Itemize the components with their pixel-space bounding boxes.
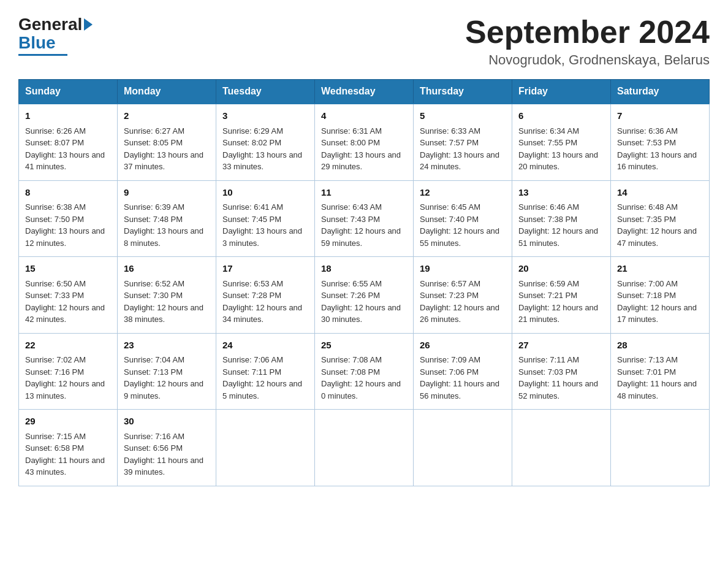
table-row: 1Sunrise: 6:26 AMSunset: 8:07 PMDaylight…	[19, 104, 118, 180]
day-info: Sunrise: 6:31 AMSunset: 8:00 PMDaylight:…	[321, 125, 407, 173]
table-row: 17Sunrise: 6:53 AMSunset: 7:28 PMDayligh…	[216, 257, 315, 334]
table-row	[611, 410, 710, 486]
table-row: 18Sunrise: 6:55 AMSunset: 7:26 PMDayligh…	[315, 257, 414, 334]
day-number: 5	[420, 109, 506, 123]
day-number: 27	[518, 339, 604, 353]
day-info: Sunrise: 6:52 AMSunset: 7:30 PMDaylight:…	[124, 278, 210, 326]
table-row: 9Sunrise: 6:39 AMSunset: 7:48 PMDaylight…	[118, 180, 216, 257]
logo: General Blue	[18, 15, 93, 56]
day-number: 28	[617, 339, 703, 353]
logo-general-text: General	[18, 15, 82, 34]
day-number: 19	[420, 262, 506, 276]
table-row: 16Sunrise: 6:52 AMSunset: 7:30 PMDayligh…	[118, 257, 216, 334]
day-info: Sunrise: 7:04 AMSunset: 7:13 PMDaylight:…	[124, 354, 210, 402]
table-row: 27Sunrise: 7:11 AMSunset: 7:03 PMDayligh…	[512, 333, 611, 410]
day-info: Sunrise: 7:00 AMSunset: 7:18 PMDaylight:…	[617, 278, 703, 326]
calendar-week-row: 22Sunrise: 7:02 AMSunset: 7:16 PMDayligh…	[19, 333, 710, 410]
table-row: 13Sunrise: 6:46 AMSunset: 7:38 PMDayligh…	[512, 180, 611, 257]
table-row: 21Sunrise: 7:00 AMSunset: 7:18 PMDayligh…	[611, 257, 710, 334]
table-row: 3Sunrise: 6:29 AMSunset: 8:02 PMDaylight…	[216, 104, 315, 180]
calendar-week-row: 29Sunrise: 7:15 AMSunset: 6:58 PMDayligh…	[19, 410, 710, 486]
table-row: 10Sunrise: 6:41 AMSunset: 7:45 PMDayligh…	[216, 180, 315, 257]
day-info: Sunrise: 7:16 AMSunset: 6:56 PMDaylight:…	[124, 431, 210, 478]
day-info: Sunrise: 6:43 AMSunset: 7:43 PMDaylight:…	[321, 201, 407, 249]
day-info: Sunrise: 7:15 AMSunset: 6:58 PMDaylight:…	[25, 431, 111, 478]
table-row: 19Sunrise: 6:57 AMSunset: 7:23 PMDayligh…	[414, 257, 512, 334]
table-row: 15Sunrise: 6:50 AMSunset: 7:33 PMDayligh…	[19, 257, 118, 334]
day-number: 2	[124, 109, 210, 123]
table-row: 20Sunrise: 6:59 AMSunset: 7:21 PMDayligh…	[512, 257, 611, 334]
day-info: Sunrise: 6:26 AMSunset: 8:07 PMDaylight:…	[25, 125, 111, 173]
day-number: 1	[25, 109, 111, 123]
table-row: 24Sunrise: 7:06 AMSunset: 7:11 PMDayligh…	[216, 333, 315, 410]
table-row: 2Sunrise: 6:27 AMSunset: 8:05 PMDaylight…	[118, 104, 216, 180]
day-info: Sunrise: 6:29 AMSunset: 8:02 PMDaylight:…	[222, 125, 308, 173]
title-area: September 2024 Novogrudok, Grodnenskaya,…	[465, 15, 710, 68]
day-info: Sunrise: 6:38 AMSunset: 7:50 PMDaylight:…	[25, 201, 111, 249]
day-number: 6	[518, 109, 604, 123]
col-sunday: Sunday	[19, 80, 118, 104]
table-row: 26Sunrise: 7:09 AMSunset: 7:06 PMDayligh…	[414, 333, 512, 410]
day-number: 22	[25, 339, 111, 353]
table-row: 8Sunrise: 6:38 AMSunset: 7:50 PMDaylight…	[19, 180, 118, 257]
day-info: Sunrise: 6:27 AMSunset: 8:05 PMDaylight:…	[124, 125, 210, 173]
day-number: 10	[222, 186, 308, 200]
day-info: Sunrise: 7:02 AMSunset: 7:16 PMDaylight:…	[25, 354, 111, 402]
calendar-week-row: 8Sunrise: 6:38 AMSunset: 7:50 PMDaylight…	[19, 180, 710, 257]
day-number: 21	[617, 262, 703, 276]
col-monday: Monday	[118, 80, 216, 104]
location-subtitle: Novogrudok, Grodnenskaya, Belarus	[465, 52, 710, 68]
logo-underline	[18, 54, 67, 56]
calendar-table: Sunday Monday Tuesday Wednesday Thursday…	[18, 79, 710, 486]
col-wednesday: Wednesday	[315, 80, 414, 104]
table-row: 30Sunrise: 7:16 AMSunset: 6:56 PMDayligh…	[118, 410, 216, 486]
table-row: 6Sunrise: 6:34 AMSunset: 7:55 PMDaylight…	[512, 104, 611, 180]
day-number: 11	[321, 186, 407, 200]
day-info: Sunrise: 6:50 AMSunset: 7:33 PMDaylight:…	[25, 278, 111, 326]
day-number: 18	[321, 262, 407, 276]
col-saturday: Saturday	[611, 80, 710, 104]
table-row: 7Sunrise: 6:36 AMSunset: 7:53 PMDaylight…	[611, 104, 710, 180]
day-info: Sunrise: 6:53 AMSunset: 7:28 PMDaylight:…	[222, 278, 308, 326]
table-row: 5Sunrise: 6:33 AMSunset: 7:57 PMDaylight…	[414, 104, 512, 180]
table-row: 28Sunrise: 7:13 AMSunset: 7:01 PMDayligh…	[611, 333, 710, 410]
table-row	[315, 410, 414, 486]
day-info: Sunrise: 6:41 AMSunset: 7:45 PMDaylight:…	[222, 201, 308, 249]
day-number: 26	[420, 339, 506, 353]
day-info: Sunrise: 6:59 AMSunset: 7:21 PMDaylight:…	[518, 278, 604, 326]
table-row: 29Sunrise: 7:15 AMSunset: 6:58 PMDayligh…	[19, 410, 118, 486]
day-number: 9	[124, 186, 210, 200]
day-info: Sunrise: 6:46 AMSunset: 7:38 PMDaylight:…	[518, 201, 604, 249]
table-row: 12Sunrise: 6:45 AMSunset: 7:40 PMDayligh…	[414, 180, 512, 257]
day-number: 25	[321, 339, 407, 353]
day-number: 20	[518, 262, 604, 276]
logo-triangle-icon	[84, 18, 93, 31]
day-number: 24	[222, 339, 308, 353]
table-row	[414, 410, 512, 486]
table-row: 11Sunrise: 6:43 AMSunset: 7:43 PMDayligh…	[315, 180, 414, 257]
day-info: Sunrise: 7:09 AMSunset: 7:06 PMDaylight:…	[420, 354, 506, 402]
day-number: 30	[124, 415, 210, 429]
day-info: Sunrise: 6:45 AMSunset: 7:40 PMDaylight:…	[420, 201, 506, 249]
day-info: Sunrise: 7:08 AMSunset: 7:08 PMDaylight:…	[321, 354, 407, 402]
day-number: 17	[222, 262, 308, 276]
day-info: Sunrise: 6:48 AMSunset: 7:35 PMDaylight:…	[617, 201, 703, 249]
table-row	[512, 410, 611, 486]
day-number: 23	[124, 339, 210, 353]
table-row: 25Sunrise: 7:08 AMSunset: 7:08 PMDayligh…	[315, 333, 414, 410]
col-thursday: Thursday	[414, 80, 512, 104]
page-title: September 2024	[465, 15, 710, 50]
day-number: 7	[617, 109, 703, 123]
day-info: Sunrise: 6:34 AMSunset: 7:55 PMDaylight:…	[518, 125, 604, 173]
day-number: 29	[25, 415, 111, 429]
table-row: 4Sunrise: 6:31 AMSunset: 8:00 PMDaylight…	[315, 104, 414, 180]
calendar-week-row: 1Sunrise: 6:26 AMSunset: 8:07 PMDaylight…	[19, 104, 710, 180]
day-number: 8	[25, 186, 111, 200]
day-number: 13	[518, 186, 604, 200]
col-tuesday: Tuesday	[216, 80, 315, 104]
day-info: Sunrise: 6:33 AMSunset: 7:57 PMDaylight:…	[420, 125, 506, 173]
day-number: 14	[617, 186, 703, 200]
table-row: 22Sunrise: 7:02 AMSunset: 7:16 PMDayligh…	[19, 333, 118, 410]
calendar-header-row: Sunday Monday Tuesday Wednesday Thursday…	[19, 80, 710, 104]
table-row	[216, 410, 315, 486]
